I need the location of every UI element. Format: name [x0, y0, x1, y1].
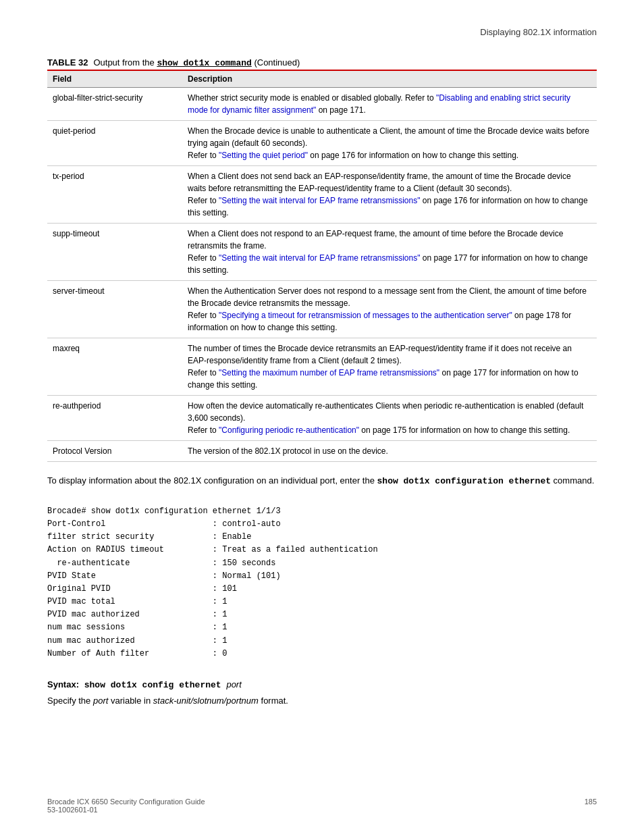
- table-row: re-authperiodHow often the device automa…: [47, 396, 597, 441]
- description-cell: Whether strict security mode is enabled …: [182, 88, 597, 121]
- table-row: server-timeoutWhen the Authentication Se…: [47, 281, 597, 338]
- description-cell: When a Client does not respond to an EAP…: [182, 224, 597, 281]
- description-cell: The version of the 802.1X protocol in us…: [182, 441, 597, 462]
- table-row: global-filter-strict-securityWhether str…: [47, 88, 597, 121]
- field-cell: re-authperiod: [47, 396, 182, 441]
- table-row: maxreqThe number of times the Brocade de…: [47, 338, 597, 396]
- field-cell: tx-period: [47, 166, 182, 224]
- description-cell: How often the device automatically re-au…: [182, 396, 597, 441]
- description-link[interactable]: "Setting the wait interval for EAP frame…: [219, 253, 420, 263]
- syntax-section: Syntax: show dot1x config ethernet port …: [47, 679, 597, 708]
- description-link[interactable]: "Specifying a timeout for retransmission…: [219, 311, 512, 320]
- footer-right: 185: [585, 798, 597, 814]
- syntax-line: Syntax: show dot1x config ethernet port: [47, 679, 597, 690]
- description-link[interactable]: "Setting the quiet period": [219, 151, 308, 160]
- description-link[interactable]: "Setting the wait interval for EAP frame…: [219, 196, 420, 205]
- description-cell: When a Client does not send back an EAP-…: [182, 166, 597, 224]
- footer-left: Brocade ICX 6650 Security Configuration …: [47, 798, 205, 814]
- col-header-field: Field: [47, 70, 182, 88]
- code-block: Brocade# show dot1x configuration ethern…: [47, 498, 597, 667]
- intro-command: show dot1x configuration ethernet: [377, 476, 551, 486]
- description-link[interactable]: "Disabling and enabling strict security …: [188, 93, 570, 115]
- field-cell: Protocol Version: [47, 441, 182, 462]
- description-cell: When the Authentication Server does not …: [182, 281, 597, 338]
- field-cell: global-filter-strict-security: [47, 88, 182, 121]
- table-title: TABLE 32 Output from the show dot1x comm…: [47, 57, 597, 68]
- field-cell: server-timeout: [47, 281, 182, 338]
- table-row: quiet-periodWhen the Brocade device is u…: [47, 121, 597, 166]
- description-cell: When the Brocade device is unable to aut…: [182, 121, 597, 166]
- col-header-description: Description: [182, 70, 597, 88]
- table-desc: Output from the show dot1x command (Cont…: [93, 57, 300, 68]
- page-header: Displaying 802.1X information: [47, 27, 597, 37]
- table-label: TABLE 32: [47, 57, 88, 68]
- description-link[interactable]: "Setting the maximum number of EAP frame…: [219, 368, 439, 377]
- intro-text: To display information about the 802.1X …: [47, 474, 597, 489]
- field-cell: quiet-period: [47, 121, 182, 166]
- description-cell: The number of times the Brocade device r…: [182, 338, 597, 396]
- table-command: show dot1x command: [157, 58, 251, 68]
- table-row: Protocol VersionThe version of the 802.1…: [47, 441, 597, 462]
- syntax-desc: Specify the port variable in stack-unit/…: [47, 694, 597, 708]
- table-row: tx-periodWhen a Client does not send bac…: [47, 166, 597, 224]
- description-link[interactable]: "Configuring periodic re-authentication": [219, 425, 359, 435]
- field-cell: supp-timeout: [47, 224, 182, 281]
- footer: Brocade ICX 6650 Security Configuration …: [47, 798, 597, 814]
- table-row: supp-timeoutWhen a Client does not respo…: [47, 224, 597, 281]
- main-table: Field Description global-filter-strict-s…: [47, 70, 597, 462]
- field-cell: maxreq: [47, 338, 182, 396]
